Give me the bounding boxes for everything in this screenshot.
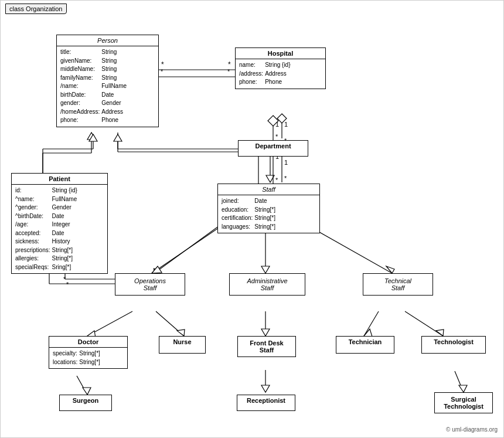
staff-class: Staff joined:Date education:String[*] ce… — [217, 184, 320, 233]
svg-marker-4 — [277, 114, 287, 123]
patient-title: Patient — [12, 174, 107, 185]
hospital-attrs: name:String {id} /address:Address phone:… — [236, 59, 325, 89]
svg-line-64 — [364, 311, 379, 336]
svg-text:*: * — [228, 60, 231, 69]
svg-marker-30 — [268, 116, 278, 126]
operations-staff-class: OperationsStaff — [115, 273, 185, 296]
svg-text:*: * — [161, 68, 164, 75]
svg-marker-43 — [114, 134, 122, 141]
department-title: Department — [239, 141, 308, 151]
svg-text:1: 1 — [275, 121, 279, 128]
technician-title: Technician — [336, 337, 394, 347]
doctor-class: Doctor specialty:String[*] locations:Str… — [49, 336, 128, 369]
copyright: © uml-diagrams.org — [446, 426, 498, 433]
svg-marker-63 — [261, 385, 270, 392]
person-attrs: title:String givenName:String middleName… — [57, 46, 158, 127]
surgical-technologist-class: SurgicalTechnologist — [434, 392, 493, 413]
svg-text:*: * — [63, 276, 66, 283]
hospital-title: Hospital — [236, 48, 325, 59]
svg-marker-17 — [266, 175, 274, 182]
technical-staff-title: TechnicalStaff — [363, 274, 433, 295]
svg-line-58 — [77, 376, 87, 395]
person-title: Person — [57, 35, 158, 46]
receptionist-class: Receptionist — [237, 395, 295, 411]
surgeon-class: Surgeon — [59, 395, 112, 411]
person-class: Person title:String givenName:String mid… — [56, 35, 159, 127]
patient-attrs: id:String {id} ^name:FullName ^gender:Ge… — [12, 185, 107, 273]
svg-text:*: * — [66, 281, 69, 288]
nurse-class: Nurse — [159, 336, 206, 354]
svg-line-56 — [156, 311, 184, 336]
svg-line-68 — [455, 371, 464, 392]
svg-text:*: * — [227, 68, 230, 75]
technologist-class: Technologist — [421, 336, 486, 354]
front-desk-staff-title: Front DeskStaff — [238, 337, 295, 356]
administrative-staff-class: AdministrativeStaff — [229, 273, 305, 296]
svg-marker-13 — [87, 133, 96, 140]
doctor-title: Doctor — [49, 337, 127, 348]
svg-line-54 — [87, 311, 132, 336]
svg-marker-53 — [386, 266, 394, 273]
svg-line-66 — [405, 311, 443, 336]
svg-text:*: * — [284, 175, 287, 182]
operations-staff-title: OperationsStaff — [115, 274, 185, 295]
surgeon-title: Surgeon — [60, 395, 111, 406]
technician-class: Technician — [336, 336, 394, 354]
doctor-attrs: specialty:String[*] locations:String[*] — [49, 348, 127, 368]
diagram-container: class Organization * * 1 * 1 * — [0, 0, 504, 438]
front-desk-staff-class: Front DeskStaff — [237, 336, 296, 357]
patient-class: Patient id:String {id} ^name:FullName ^g… — [11, 173, 108, 274]
receptionist-title: Receptionist — [237, 395, 295, 406]
surgical-technologist-title: SurgicalTechnologist — [435, 393, 492, 413]
svg-marker-59 — [83, 388, 91, 395]
svg-marker-51 — [261, 266, 270, 273]
svg-text:*: * — [161, 60, 164, 69]
diagram-title: class Organization — [5, 4, 67, 14]
svg-marker-61 — [261, 329, 270, 336]
svg-text:1: 1 — [284, 121, 288, 128]
svg-text:*: * — [275, 133, 278, 140]
svg-marker-39 — [89, 134, 97, 141]
svg-text:*: * — [275, 176, 278, 184]
staff-title: Staff — [218, 184, 319, 195]
technologist-title: Technologist — [422, 337, 485, 347]
staff-attrs: joined:Date education:String[*] certific… — [218, 195, 319, 233]
nurse-title: Nurse — [159, 337, 205, 347]
svg-marker-49 — [152, 266, 162, 273]
hospital-class: Hospital name:String {id} /address:Addre… — [235, 47, 326, 89]
svg-marker-67 — [436, 330, 444, 336]
department-class: Department — [238, 140, 308, 157]
svg-marker-69 — [459, 385, 467, 392]
svg-text:1: 1 — [284, 159, 288, 166]
technical-staff-class: TechnicalStaff — [363, 273, 433, 296]
svg-marker-57 — [177, 330, 185, 336]
administrative-staff-title: AdministrativeStaff — [230, 274, 305, 295]
